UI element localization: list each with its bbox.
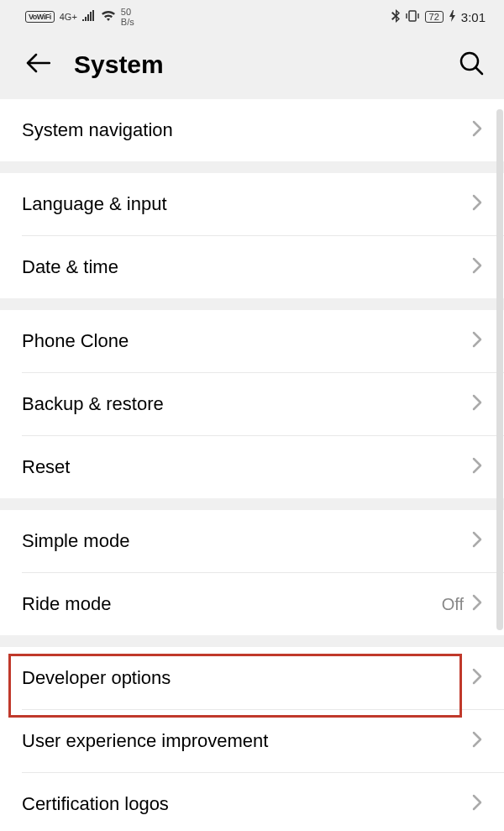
section-developer: Developer options User experience improv… bbox=[0, 647, 504, 831]
row-backup-restore[interactable]: Backup & restore bbox=[0, 373, 504, 435]
section-language: Language & input Date & time bbox=[0, 173, 504, 298]
bluetooth-icon bbox=[391, 9, 400, 25]
svg-rect-0 bbox=[409, 11, 416, 21]
back-icon[interactable] bbox=[25, 53, 50, 76]
chevron-right-icon bbox=[472, 794, 482, 814]
row-developer-options[interactable]: Developer options bbox=[0, 647, 504, 709]
search-icon[interactable] bbox=[459, 50, 484, 79]
status-bar: VoWiFi 4G+ 50 B/s 72 3:01 bbox=[0, 0, 504, 34]
status-left: VoWiFi 4G+ 50 B/s bbox=[25, 7, 134, 27]
row-phone-clone[interactable]: Phone Clone bbox=[0, 310, 504, 372]
section-gap bbox=[0, 298, 504, 310]
status-right: 72 3:01 bbox=[391, 9, 486, 25]
wifi-icon bbox=[101, 10, 116, 24]
row-system-navigation[interactable]: System navigation bbox=[0, 99, 504, 161]
chevron-right-icon bbox=[472, 668, 482, 688]
row-label: Language & input bbox=[22, 193, 472, 215]
chevron-right-icon bbox=[472, 594, 482, 614]
row-label: Backup & restore bbox=[22, 393, 472, 415]
row-user-experience[interactable]: User experience improvement bbox=[0, 710, 504, 772]
chevron-right-icon bbox=[472, 394, 482, 414]
chevron-right-icon bbox=[472, 457, 482, 477]
vowifi-badge: VoWiFi bbox=[25, 11, 55, 23]
row-label: Date & time bbox=[22, 256, 472, 278]
page-header: System bbox=[0, 34, 504, 99]
row-label: Phone Clone bbox=[22, 330, 472, 352]
row-date-time[interactable]: Date & time bbox=[0, 236, 504, 298]
row-label: Developer options bbox=[22, 667, 472, 689]
row-label: Certification logos bbox=[22, 793, 472, 815]
signal-bars-icon bbox=[82, 10, 96, 24]
chevron-right-icon bbox=[472, 331, 482, 351]
section-gap bbox=[0, 498, 504, 510]
row-label: System navigation bbox=[22, 119, 472, 141]
row-simple-mode[interactable]: Simple mode bbox=[0, 510, 504, 572]
vibrate-icon bbox=[406, 10, 419, 24]
chevron-right-icon bbox=[472, 731, 482, 751]
page-title: System bbox=[74, 50, 435, 79]
chevron-right-icon bbox=[472, 531, 482, 551]
row-label: Reset bbox=[22, 456, 472, 478]
row-reset[interactable]: Reset bbox=[0, 436, 504, 498]
section-navigation: System navigation bbox=[0, 99, 504, 161]
chevron-right-icon bbox=[472, 257, 482, 277]
charging-icon bbox=[449, 10, 455, 24]
row-certification-logos[interactable]: Certification logos bbox=[0, 773, 504, 831]
clock-time: 3:01 bbox=[461, 10, 486, 24]
section-gap bbox=[0, 161, 504, 173]
section-backup: Phone Clone Backup & restore Reset bbox=[0, 310, 504, 498]
scrollbar[interactable] bbox=[496, 109, 503, 630]
chevron-right-icon bbox=[472, 120, 482, 140]
section-gap bbox=[0, 635, 504, 647]
row-label: Simple mode bbox=[22, 530, 472, 552]
data-speed: 50 B/s bbox=[121, 7, 134, 27]
network-type: 4G+ bbox=[60, 13, 77, 22]
row-label: Ride mode bbox=[22, 593, 442, 615]
row-language-input[interactable]: Language & input bbox=[0, 173, 504, 235]
battery-indicator: 72 bbox=[425, 11, 444, 23]
chevron-right-icon bbox=[472, 194, 482, 214]
row-label: User experience improvement bbox=[22, 730, 472, 752]
row-value: Off bbox=[442, 595, 464, 614]
row-ride-mode[interactable]: Ride mode Off bbox=[0, 573, 504, 635]
section-modes: Simple mode Ride mode Off bbox=[0, 510, 504, 635]
